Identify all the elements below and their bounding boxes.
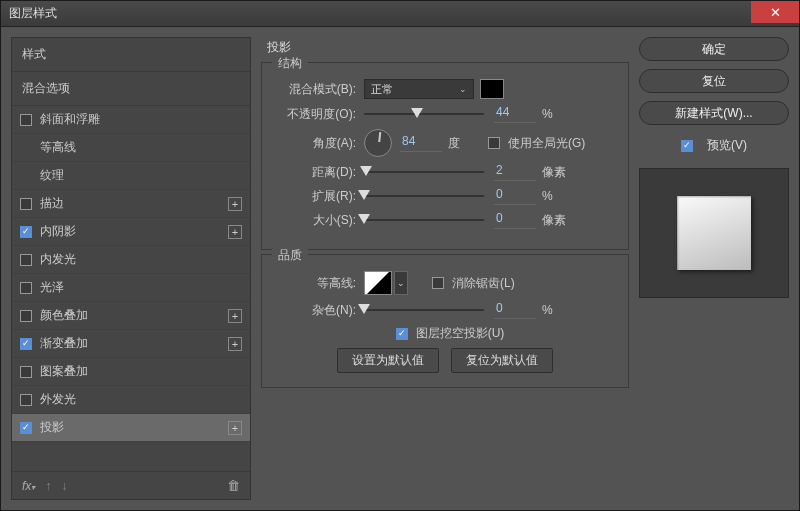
add-icon[interactable]: + xyxy=(228,337,242,351)
structure-label: 结构 xyxy=(272,55,308,72)
global-light-checkbox[interactable]: 使用全局光(G) xyxy=(488,135,585,152)
checkbox-icon[interactable] xyxy=(20,366,32,378)
size-label: 大小(S): xyxy=(274,212,364,229)
sidebar-item-satin[interactable]: 光泽 xyxy=(12,274,250,302)
sidebar-item-gradient-overlay[interactable]: 渐变叠加+ xyxy=(12,330,250,358)
distance-unit: 像素 xyxy=(542,164,572,181)
opacity-slider[interactable] xyxy=(364,107,484,121)
spread-unit: % xyxy=(542,189,572,203)
noise-row: 杂色(N): 0 % xyxy=(274,301,616,319)
sidebar-header-styles[interactable]: 样式 xyxy=(12,38,250,72)
checkbox-icon xyxy=(681,140,693,152)
sidebar-item-inner-glow[interactable]: 内发光 xyxy=(12,246,250,274)
checkbox-icon xyxy=(432,277,444,289)
close-button[interactable]: ✕ xyxy=(751,1,799,23)
contour-label: 等高线: xyxy=(274,275,364,292)
styles-sidebar: 样式 混合选项 斜面和浮雕 等高线 纹理 描边+ 内阴影+ 内发光 光泽 颜色叠… xyxy=(11,37,251,500)
blend-mode-row: 混合模式(B): 正常⌄ xyxy=(274,79,616,99)
sidebar-item-bevel[interactable]: 斜面和浮雕 xyxy=(12,106,250,134)
preview-swatch xyxy=(677,196,751,270)
reset-default-button[interactable]: 复位为默认值 xyxy=(451,348,553,373)
arrow-down-icon[interactable]: ↓ xyxy=(61,479,67,493)
panel-title: 投影 xyxy=(261,37,629,58)
add-icon[interactable]: + xyxy=(228,197,242,211)
knockout-checkbox[interactable]: 图层挖空投影(U) xyxy=(396,325,505,342)
trash-icon[interactable]: 🗑 xyxy=(227,478,240,493)
contour-picker[interactable] xyxy=(364,271,392,295)
noise-slider[interactable] xyxy=(364,303,484,317)
checkbox-icon[interactable] xyxy=(20,394,32,406)
checkbox-icon xyxy=(488,137,500,149)
arrow-up-icon[interactable]: ↑ xyxy=(45,479,51,493)
sidebar-item-color-overlay[interactable]: 颜色叠加+ xyxy=(12,302,250,330)
spread-value[interactable]: 0 xyxy=(494,187,536,205)
checkbox-icon[interactable] xyxy=(20,114,32,126)
opacity-unit: % xyxy=(542,107,572,121)
noise-unit: % xyxy=(542,303,572,317)
size-row: 大小(S): 0 像素 xyxy=(274,211,616,229)
angle-label: 角度(A): xyxy=(274,135,364,152)
sidebar-item-stroke[interactable]: 描边+ xyxy=(12,190,250,218)
quality-label: 品质 xyxy=(272,247,308,264)
titlebar: 图层样式 ✕ xyxy=(1,1,799,27)
structure-group: 结构 混合模式(B): 正常⌄ 不透明度(O): 44 % 角度(A): 84 xyxy=(261,62,629,250)
antialias-checkbox[interactable]: 消除锯齿(L) xyxy=(432,275,515,292)
checkbox-icon[interactable] xyxy=(20,310,32,322)
make-default-button[interactable]: 设置为默认值 xyxy=(337,348,439,373)
distance-slider[interactable] xyxy=(364,165,484,179)
chevron-down-icon: ⌄ xyxy=(459,84,467,94)
sidebar-header-blending[interactable]: 混合选项 xyxy=(12,72,250,106)
opacity-value[interactable]: 44 xyxy=(494,105,536,123)
add-icon[interactable]: + xyxy=(228,309,242,323)
close-icon: ✕ xyxy=(770,5,781,20)
checkbox-icon[interactable] xyxy=(20,198,32,210)
quality-group: 品质 等高线: ⌄ 消除锯齿(L) 杂色(N): 0 % 图层挖空投影(U) xyxy=(261,254,629,388)
sidebar-item-texture[interactable]: 纹理 xyxy=(12,162,250,190)
cancel-button[interactable]: 复位 xyxy=(639,69,789,93)
new-style-button[interactable]: 新建样式(W)... xyxy=(639,101,789,125)
opacity-row: 不透明度(O): 44 % xyxy=(274,105,616,123)
contour-dropdown[interactable]: ⌄ xyxy=(394,271,408,295)
blend-mode-select[interactable]: 正常⌄ xyxy=(364,79,474,99)
size-value[interactable]: 0 xyxy=(494,211,536,229)
sidebar-item-inner-shadow[interactable]: 内阴影+ xyxy=(12,218,250,246)
sidebar-footer: fx▾ ↑ ↓ 🗑 xyxy=(12,471,250,499)
layer-style-dialog: 图层样式 ✕ 样式 混合选项 斜面和浮雕 等高线 纹理 描边+ 内阴影+ 内发光… xyxy=(0,0,800,511)
checkbox-icon[interactable] xyxy=(20,226,32,238)
angle-dial[interactable] xyxy=(364,129,392,157)
noise-label: 杂色(N): xyxy=(274,302,364,319)
spread-label: 扩展(R): xyxy=(274,188,364,205)
knockout-row: 图层挖空投影(U) xyxy=(274,325,616,342)
checkbox-icon[interactable] xyxy=(20,282,32,294)
checkbox-icon[interactable] xyxy=(20,338,32,350)
checkbox-icon[interactable] xyxy=(20,422,32,434)
sidebar-item-outer-glow[interactable]: 外发光 xyxy=(12,386,250,414)
size-unit: 像素 xyxy=(542,212,572,229)
spread-row: 扩展(R): 0 % xyxy=(274,187,616,205)
add-icon[interactable]: + xyxy=(228,225,242,239)
add-icon[interactable]: + xyxy=(228,421,242,435)
preview-box xyxy=(639,168,789,298)
settings-panel: 投影 结构 混合模式(B): 正常⌄ 不透明度(O): 44 % 角度(A): xyxy=(261,37,629,500)
preview-checkbox[interactable]: 预览(V) xyxy=(639,137,789,154)
sidebar-item-drop-shadow[interactable]: 投影+ xyxy=(12,414,250,442)
distance-label: 距离(D): xyxy=(274,164,364,181)
angle-row: 角度(A): 84 度 使用全局光(G) xyxy=(274,129,616,157)
opacity-label: 不透明度(O): xyxy=(274,106,364,123)
distance-value[interactable]: 2 xyxy=(494,163,536,181)
shadow-color-swatch[interactable] xyxy=(480,79,504,99)
sidebar-item-pattern-overlay[interactable]: 图案叠加 xyxy=(12,358,250,386)
checkbox-icon xyxy=(396,328,408,340)
spread-slider[interactable] xyxy=(364,189,484,203)
noise-value[interactable]: 0 xyxy=(494,301,536,319)
distance-row: 距离(D): 2 像素 xyxy=(274,163,616,181)
checkbox-icon[interactable] xyxy=(20,254,32,266)
window-title: 图层样式 xyxy=(9,5,57,22)
size-slider[interactable] xyxy=(364,213,484,227)
sidebar-item-contour[interactable]: 等高线 xyxy=(12,134,250,162)
angle-unit: 度 xyxy=(448,135,478,152)
angle-value[interactable]: 84 xyxy=(400,134,442,152)
blend-mode-label: 混合模式(B): xyxy=(274,81,364,98)
ok-button[interactable]: 确定 xyxy=(639,37,789,61)
fx-icon[interactable]: fx▾ xyxy=(22,479,35,493)
